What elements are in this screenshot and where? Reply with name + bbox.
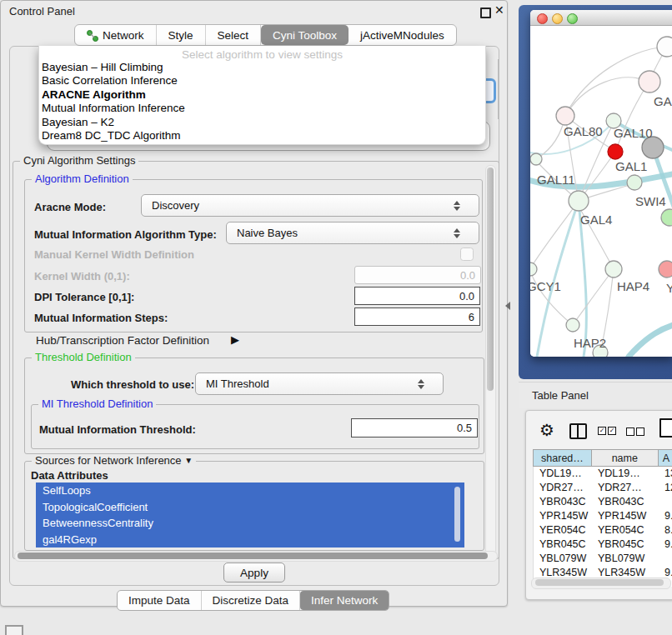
table-row[interactable]: YDR27… YDR27… 12 xyxy=(534,481,672,495)
tab-label: Network xyxy=(103,29,144,42)
node-unlabeled[interactable] xyxy=(657,37,672,57)
node-gal4[interactable] xyxy=(569,191,589,211)
spinner-arrows-icon xyxy=(418,379,435,389)
split-pane-handle-icon[interactable] xyxy=(505,302,510,310)
minimized-panel-icon[interactable] xyxy=(5,625,23,635)
data-attributes-label: Data Attributes xyxy=(31,469,108,482)
column-header[interactable]: A xyxy=(659,449,672,467)
spinner-arrows-icon xyxy=(454,228,471,238)
node-label: HAP4 xyxy=(617,279,649,293)
close-icon[interactable]: ✕ xyxy=(494,3,504,17)
node-label: GAL80 xyxy=(564,124,603,138)
settings-vscrollbar-thumb[interactable] xyxy=(487,168,494,391)
dropdown-item[interactable]: Bayesian – Hill Climbing xyxy=(39,61,485,74)
close-traffic-icon[interactable] xyxy=(537,13,548,24)
kernel-width-field[interactable]: 0.0 xyxy=(354,266,481,284)
tab-select[interactable]: Select xyxy=(206,25,262,45)
network-window[interactable]: GAL GAL80 GAL10 GAL11 GAL1 SWI4 GAL4 GCY… xyxy=(530,10,672,357)
attribute-item[interactable]: gal4RGexp xyxy=(36,532,464,548)
table-file-icon[interactable] xyxy=(659,418,672,438)
tab-jactivemnodules[interactable]: jActiveMNodules xyxy=(349,25,456,45)
settings-vscrollbar[interactable] xyxy=(485,165,496,555)
dropdown-item[interactable]: Basic Correlation Inference xyxy=(39,74,485,88)
tab-discretize-data[interactable]: Discretize Data xyxy=(202,591,301,610)
settings-hscrollbar-thumb[interactable] xyxy=(18,552,488,559)
column-header[interactable]: shared… xyxy=(533,449,592,467)
node-hap2[interactable] xyxy=(566,318,579,332)
expand-right-icon[interactable]: ▶ xyxy=(231,333,239,346)
hub-definition-label[interactable]: Hub/Transcription Factor Definition xyxy=(36,334,209,347)
node-gal-pink[interactable] xyxy=(639,71,660,92)
collapse-down-icon: ▼ xyxy=(184,456,193,465)
attribute-item[interactable]: BetweennessCentrality xyxy=(36,515,464,532)
gear-icon[interactable]: ⚙ xyxy=(539,420,554,440)
settings-hscrollbar[interactable] xyxy=(14,551,498,562)
node-label: SWI4 xyxy=(635,194,666,208)
which-threshold-combo[interactable]: MI Threshold xyxy=(195,372,444,395)
table-row[interactable]: YDL19… YDL19… 13 xyxy=(534,467,672,481)
node-gal80[interactable] xyxy=(556,107,574,125)
list-vscrollbar-thumb[interactable] xyxy=(454,487,460,542)
table-row[interactable]: YBL079W YBL079W xyxy=(534,552,672,566)
dropdown-item[interactable]: Bayesian – K2 xyxy=(39,116,485,129)
group-title: Cyni Algorithm Settings xyxy=(20,154,138,167)
dropdown-placeholder: Select algorithm to view settings xyxy=(39,46,485,61)
node-salmon[interactable] xyxy=(659,261,672,278)
attribute-item[interactable]: TopologicalCoefficient xyxy=(36,499,464,516)
column-chooser-icon[interactable] xyxy=(569,423,587,439)
table-hscrollbar[interactable] xyxy=(531,578,671,589)
dropdown-item[interactable]: Mutual Information Inference xyxy=(39,102,485,115)
group-title[interactable]: Sources for Network Inference ▼ xyxy=(32,454,196,467)
table-row[interactable]: YBR045C YBR045C 9. xyxy=(534,538,672,552)
network-canvas[interactable]: GAL GAL80 GAL10 GAL11 GAL1 SWI4 GAL4 GCY… xyxy=(530,26,672,357)
node-small-green[interactable] xyxy=(530,153,542,165)
node-red-selected[interactable] xyxy=(608,144,623,159)
zoom-traffic-icon[interactable] xyxy=(567,13,578,24)
table-row[interactable]: YER054C YER054C 8. xyxy=(534,523,672,538)
tab-network[interactable]: Network xyxy=(75,25,157,45)
apply-button[interactable]: Apply xyxy=(223,562,285,582)
cell: YBR045C xyxy=(592,538,659,552)
mi-threshold-field[interactable]: 0.5 xyxy=(351,418,478,438)
node-green-right[interactable] xyxy=(661,209,672,226)
mi-steps-field[interactable]: 6 xyxy=(354,308,480,326)
mi-threshold-label: Mutual Information Threshold: xyxy=(39,423,196,436)
dropdown-item-selected[interactable]: ARACNE Algorithm xyxy=(39,88,485,102)
cell: YDR27… xyxy=(534,481,592,495)
node-hap4[interactable] xyxy=(605,261,622,278)
mi-type-value: Naive Bayes xyxy=(227,227,298,239)
group-title: Threshold Definition xyxy=(32,351,135,363)
cell: YBL079W xyxy=(592,552,659,566)
node-label: GAL10 xyxy=(614,126,653,140)
tab-impute-data[interactable]: Impute Data xyxy=(118,591,202,610)
dpi-tolerance-field[interactable]: 0.0 xyxy=(354,287,480,305)
deselect-all-icon[interactable] xyxy=(636,428,644,436)
mi-type-combo[interactable]: Naive Bayes xyxy=(226,222,479,244)
minimize-traffic-icon[interactable] xyxy=(552,13,563,24)
tab-infer-network[interactable]: Infer Network xyxy=(300,591,389,610)
column-header[interactable]: name xyxy=(592,449,659,467)
tab-cyni-toolbox[interactable]: Cyni Toolbox xyxy=(261,25,349,45)
dpi-tolerance-label: DPI Tolerance [0,1]: xyxy=(34,291,134,303)
node-gcy1[interactable] xyxy=(530,262,537,276)
attribute-item[interactable]: SelfLoops xyxy=(36,482,464,499)
table-body[interactable]: YDL19… YDL19… 13 YDR27… YDR27… 12 YBR043… xyxy=(533,467,672,587)
deselect-all-icon[interactable] xyxy=(626,428,634,436)
table-row[interactable]: YPR145W YPR145W 9. xyxy=(534,509,672,523)
select-all-icon[interactable]: ✓ xyxy=(608,427,616,435)
mi-steps-label: Mutual Information Steps: xyxy=(34,312,168,324)
data-attributes-list[interactable]: SelfLoops TopologicalCoefficient Between… xyxy=(36,482,464,548)
dropdown-item[interactable]: Dream8 DC_TDC Algorithm xyxy=(39,129,485,142)
node-gal1[interactable] xyxy=(627,175,642,190)
select-all-icon[interactable]: ✓ xyxy=(598,427,606,435)
network-window-titlebar[interactable] xyxy=(530,10,672,26)
float-window-icon[interactable] xyxy=(480,8,491,18)
table-row[interactable]: YBR043C YBR043C xyxy=(534,495,672,509)
manual-kernel-checkbox[interactable] xyxy=(460,248,474,261)
tab-style[interactable]: Style xyxy=(157,25,206,45)
cell: YBR045C xyxy=(534,538,592,552)
node-label: HAP2 xyxy=(574,336,606,350)
algorithm-dropdown-list: Select algorithm to view settings Bayesi… xyxy=(38,46,486,145)
table-hscrollbar-thumb[interactable] xyxy=(535,579,664,586)
aracne-mode-combo[interactable]: Discovery xyxy=(141,194,479,217)
